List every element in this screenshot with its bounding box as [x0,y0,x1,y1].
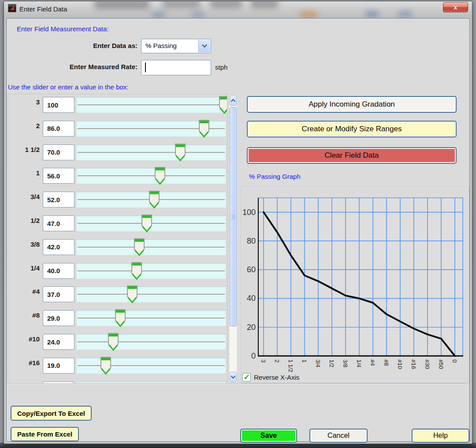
slider-track[interactable] [76,192,226,207]
scrollbar-thumb[interactable] [230,107,237,326]
slider-thumb[interactable] [134,238,145,256]
scroll-up-button[interactable] [230,95,237,106]
measured-rate-field[interactable] [141,60,211,75]
slider-track[interactable] [76,334,226,350]
slider-thumb[interactable] [154,167,166,185]
chart-x-tick-label: #30 [424,359,431,369]
slider-track[interactable] [76,97,226,113]
slider-value-input[interactable] [43,192,74,207]
slider-track[interactable] [76,286,226,302]
slider-value-input[interactable] [43,310,74,326]
clear-field-data-button[interactable]: Clear Field Data [247,147,457,164]
rate-unit-label: stph [215,63,227,71]
window-title: Enter Field Data [19,5,67,13]
measured-rate-input[interactable] [146,61,210,74]
slider-value-input[interactable] [43,144,74,160]
slider-track-line [78,247,225,248]
chart-x-tick-label: 2 [274,359,280,363]
dialog-client-area: Enter Field Measurement Data: Enter Data… [6,18,470,442]
slider-track[interactable] [76,310,226,326]
chart-x-tick-label: 0 [451,359,458,363]
glass-blur-decoration [210,1,242,8]
copy-export-excel-button[interactable]: Copy/Export To Excel [11,406,92,421]
slider-value-input[interactable] [43,121,74,137]
chart-plot-background [258,198,463,356]
slider-scrollbar[interactable] [229,94,238,383]
chart-series-line [264,212,455,356]
sieve-size-label: 2 [11,122,40,130]
chart-x-tick-label: #8 [383,359,390,366]
slider-track[interactable] [76,358,226,374]
paste-from-excel-button[interactable]: Paste From Excel [11,427,79,441]
glass-blur-decoration [163,1,200,8]
save-button[interactable]: Save [240,429,297,443]
help-button[interactable]: Help [412,429,469,443]
chart-x-tick-label: #4 [369,359,376,366]
sieve-size-label: 1/4 [11,264,40,272]
combobox-dropdown-button[interactable] [198,40,210,52]
titlebar[interactable]: Enter Field Data x [4,1,472,18]
chart-y-tick-label: 0 [251,352,256,360]
sieve-size-label: #16 [11,359,40,367]
slider-thumb[interactable] [100,356,112,375]
slider-thumb[interactable] [131,262,142,280]
apply-incoming-gradation-button[interactable]: Apply Incoming Gradation [247,96,457,113]
slider-track[interactable] [76,215,226,231]
slider-track[interactable] [76,239,226,255]
slider-hint-label: Use the slider or enter a value in the b… [8,83,129,91]
slider-row: #16 [8,358,227,374]
slider-value-input[interactable] [43,358,74,374]
chart-x-tick-label: 1 1/2 [287,359,294,372]
slider-value-input[interactable] [43,263,74,279]
app-icon [8,4,16,12]
chart-y-tick-label: 40 [247,294,256,303]
slider-value-input[interactable] [43,239,74,255]
slider-thumb[interactable] [141,214,152,233]
slider-thumb[interactable] [175,143,186,162]
slider-row: #4 [8,286,227,302]
slider-track[interactable] [76,121,226,137]
slider-track-line [78,152,225,153]
close-button[interactable]: x [443,2,468,12]
slider-value-input[interactable] [43,334,74,350]
slider-value-input[interactable] [43,97,74,113]
slider-row: 1/4 [8,263,227,279]
slider-track-line [78,341,225,342]
measured-rate-label: Enter Measured Rate: [33,63,138,70]
data-as-combobox[interactable]: % Passing [141,39,211,53]
glass-blur-decoration [152,11,165,18]
slider-thumb[interactable] [149,190,160,209]
slider-row: #8 [8,310,227,326]
slider-track-line [78,318,225,318]
slider-thumb[interactable] [198,119,210,138]
chart-x-tick-label: 3/8 [342,359,349,367]
create-modify-size-ranges-button[interactable]: Create or Modify Size Ranges [247,121,457,137]
cancel-button[interactable]: Cancel [309,429,368,443]
slider-thumb[interactable] [219,96,227,114]
glass-blur-decoration [398,11,412,18]
desktop: { "window": { "title": "Enter Field Data… [0,0,476,448]
slider-thumb[interactable] [126,285,138,304]
reverse-x-axis-checkbox[interactable]: ✓ [242,373,251,381]
combobox-selected-value: % Passing [145,42,177,49]
scroll-down-button[interactable] [230,372,237,382]
slider-track[interactable] [76,168,226,184]
slider-value-input[interactable] [43,215,74,231]
slider-value-input[interactable] [43,286,74,302]
chart-x-tick-label: 3/4 [315,359,321,367]
chevron-down-icon [231,375,236,379]
slider-track[interactable] [76,144,226,160]
slider-row: 2 [8,121,227,137]
sieve-size-label: 3/4 [11,193,40,200]
glass-blur-decoration [365,11,379,18]
chart-x-tick-label: 1 [301,359,308,363]
sieve-size-label: #10 [11,335,40,343]
chevron-up-icon [231,99,236,102]
slider-value-input[interactable] [43,168,74,184]
slider-row: 3/4 [8,192,227,207]
slider-row: #10 [8,334,227,350]
slider-track[interactable] [76,263,226,279]
sieve-size-label: 3/8 [11,241,40,248]
slider-thumb[interactable] [115,309,126,327]
slider-thumb[interactable] [108,333,119,351]
